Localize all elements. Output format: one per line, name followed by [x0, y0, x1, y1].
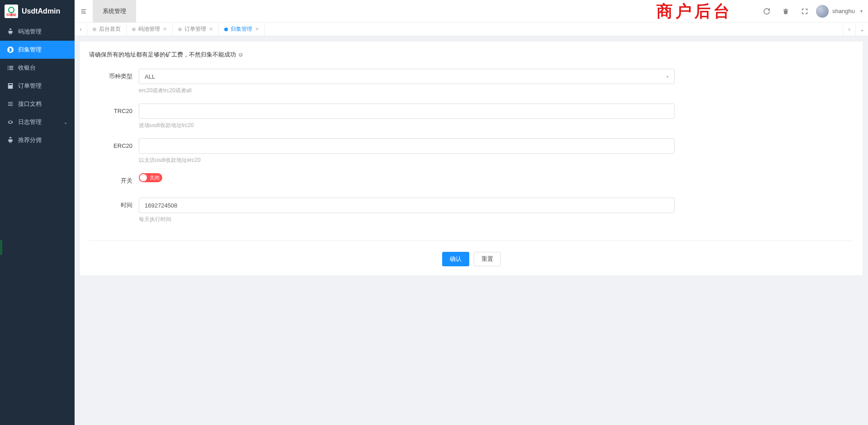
- coin-type-select[interactable]: ALL ▾: [139, 69, 675, 84]
- list-icon: [7, 65, 14, 71]
- menu-toggle-button[interactable]: [75, 0, 93, 23]
- trc20-label: TRC20: [89, 104, 139, 119]
- close-icon[interactable]: ✕: [255, 26, 259, 32]
- time-label: 时间: [89, 198, 139, 213]
- sidebar-item-6[interactable]: 推荐分佣: [0, 131, 75, 149]
- sidebar-item-1[interactable]: 归集管理: [0, 41, 75, 59]
- close-icon[interactable]: ✕: [209, 26, 213, 32]
- sidebar: 92建站 UsdtAdmin 码池管理归集管理收银台订单管理接口文档日志管理⌄推…: [0, 0, 75, 425]
- gear-icon: [7, 119, 14, 125]
- fullscreen-icon[interactable]: [797, 4, 812, 19]
- close-icon[interactable]: ✕: [163, 26, 167, 32]
- tab-strip: ‹ 后台首页码池管理✕订单管理✕归集管理✕ › ⌄: [75, 23, 868, 36]
- bitcoin-icon: [7, 47, 14, 53]
- topbar-right: shanghu ▾: [759, 4, 868, 19]
- tab-dot-icon: [224, 28, 228, 31]
- android-icon: [7, 137, 14, 143]
- time-input[interactable]: [139, 198, 675, 213]
- tab-dot-icon: [132, 28, 136, 31]
- tab-label: 后台首页: [99, 25, 121, 33]
- page-tab-1[interactable]: 码池管理✕: [127, 23, 173, 36]
- sidebar-item-label: 归集管理: [18, 46, 42, 54]
- tab-label: 归集管理: [231, 25, 252, 33]
- sidebar-item-label: 订单管理: [18, 82, 42, 90]
- sidebar-item-3[interactable]: 订单管理: [0, 77, 75, 95]
- form-actions: 确认 重置: [89, 252, 854, 266]
- reset-button[interactable]: 重置: [474, 252, 501, 266]
- page-tab-2[interactable]: 订单管理✕: [173, 23, 219, 36]
- sidebar-item-label: 收银台: [18, 64, 36, 72]
- refresh-icon[interactable]: [759, 4, 774, 19]
- tab-label: 订单管理: [184, 25, 206, 33]
- notice-text: 请确保所有的地址都有足够的矿工费，不然归集不能成功 ☺: [89, 51, 854, 59]
- time-help: 每天执行时间: [139, 216, 675, 223]
- erc20-input[interactable]: [139, 138, 675, 154]
- switch-label: 开关: [89, 173, 139, 189]
- coin-type-label: 币种类型: [89, 69, 139, 84]
- coin-type-help: erc20或者trc20或者all: [139, 87, 675, 94]
- topbar: 系统管理 商户后台 shanghu ▾: [75, 0, 868, 23]
- tab-dot-icon: [178, 28, 182, 31]
- sidebar-item-label: 推荐分佣: [18, 136, 42, 144]
- main-area: 系统管理 商户后台 shanghu ▾ ‹ 后台首页码池管理✕订单管理✕归集管理…: [75, 0, 868, 425]
- topbar-tab-system[interactable]: 系统管理: [93, 0, 136, 23]
- android-icon: [7, 28, 14, 35]
- erc20-help: 以太坊usdt收款地址erc20: [139, 156, 675, 164]
- switch-toggle[interactable]: 关闭: [139, 173, 162, 182]
- switch-state-text: 关闭: [150, 175, 160, 181]
- tabstrip-prev-button[interactable]: ‹: [75, 23, 87, 36]
- trc20-help: 波场usdt收款地址trc20: [139, 122, 675, 129]
- coin-type-value: ALL: [145, 73, 155, 80]
- avatar[interactable]: [816, 5, 829, 18]
- user-menu-caret-icon[interactable]: ▾: [860, 9, 863, 14]
- tabstrip-menu-button[interactable]: ⌄: [855, 23, 868, 36]
- divider: [89, 241, 854, 241]
- sidebar-item-2[interactable]: 收银台: [0, 59, 75, 77]
- page-tab-0[interactable]: 后台首页: [87, 23, 127, 36]
- username: shanghu: [832, 8, 855, 14]
- doc-icon: [7, 101, 14, 107]
- trc20-input[interactable]: [139, 104, 675, 119]
- chevron-down-icon: ⌄: [64, 120, 67, 125]
- brand-logo: 92建站: [5, 5, 18, 18]
- sidebar-item-label: 码池管理: [18, 28, 42, 36]
- tab-label: 码池管理: [138, 25, 160, 33]
- brand-row: 92建站 UsdtAdmin: [0, 0, 75, 23]
- page-tab-3[interactable]: 归集管理✕: [219, 23, 265, 36]
- trash-icon[interactable]: [778, 4, 793, 19]
- sidebar-item-4[interactable]: 接口文档: [0, 95, 75, 113]
- watermark-text: 商户后台: [656, 0, 732, 23]
- sidebar-item-label: 日志管理: [18, 118, 42, 126]
- scroll-indicator: [0, 240, 2, 255]
- content-area: 请确保所有的地址都有足够的矿工费，不然归集不能成功 ☺ 币种类型 ALL ▾ e…: [75, 36, 868, 425]
- sidebar-item-label: 接口文档: [18, 100, 42, 108]
- sidebar-item-0[interactable]: 码池管理: [0, 23, 75, 41]
- select-arrow-icon: ▾: [666, 74, 669, 79]
- confirm-button[interactable]: 确认: [442, 252, 469, 266]
- calc-icon: [7, 83, 14, 89]
- brand-title: UsdtAdmin: [22, 7, 60, 15]
- sidebar-item-5[interactable]: 日志管理⌄: [0, 113, 75, 131]
- erc20-label: ERC20: [89, 138, 139, 154]
- tabstrip-next-button[interactable]: ›: [843, 23, 855, 36]
- form-card: 请确保所有的地址都有足够的矿工费，不然归集不能成功 ☺ 币种类型 ALL ▾ e…: [80, 42, 863, 275]
- tab-dot-icon: [93, 28, 96, 31]
